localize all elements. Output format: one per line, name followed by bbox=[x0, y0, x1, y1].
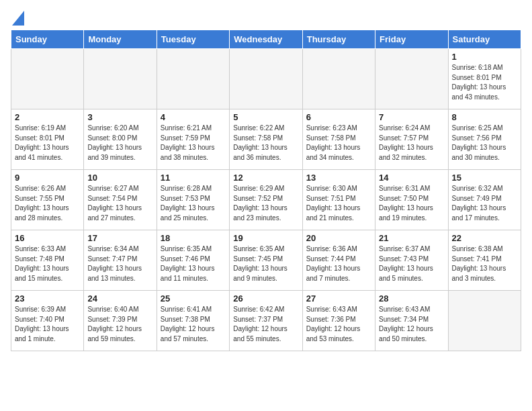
day-number: 28 bbox=[379, 293, 444, 304]
calendar-header-row: SundayMondayTuesdayWednesdayThursdayFrid… bbox=[11, 30, 521, 49]
calendar-day-cell: 22Sunrise: 6:38 AM Sunset: 7:41 PM Dayli… bbox=[448, 230, 521, 291]
weekday-header-tuesday: Tuesday bbox=[157, 30, 229, 49]
day-info: Sunrise: 6:43 AM Sunset: 7:34 PM Dayligh… bbox=[379, 305, 444, 344]
day-info: Sunrise: 6:39 AM Sunset: 7:40 PM Dayligh… bbox=[15, 305, 80, 344]
day-info: Sunrise: 6:36 AM Sunset: 7:44 PM Dayligh… bbox=[306, 244, 371, 283]
calendar-day-cell: 9Sunrise: 6:26 AM Sunset: 7:55 PM Daylig… bbox=[11, 170, 84, 230]
day-info: Sunrise: 6:42 AM Sunset: 7:37 PM Dayligh… bbox=[233, 305, 298, 344]
calendar-day-cell: 16Sunrise: 6:33 AM Sunset: 7:48 PM Dayli… bbox=[11, 230, 84, 291]
calendar-day-cell: 10Sunrise: 6:27 AM Sunset: 7:54 PM Dayli… bbox=[84, 170, 157, 230]
weekday-header-friday: Friday bbox=[375, 30, 448, 49]
day-info: Sunrise: 6:41 AM Sunset: 7:38 PM Dayligh… bbox=[161, 305, 226, 344]
calendar-day-cell: 5Sunrise: 6:22 AM Sunset: 7:58 PM Daylig… bbox=[230, 109, 302, 170]
weekday-header-wednesday: Wednesday bbox=[230, 30, 302, 49]
day-info: Sunrise: 6:25 AM Sunset: 7:56 PM Dayligh… bbox=[452, 124, 517, 163]
day-info: Sunrise: 6:35 AM Sunset: 7:46 PM Dayligh… bbox=[161, 244, 226, 283]
day-info: Sunrise: 6:23 AM Sunset: 7:58 PM Dayligh… bbox=[306, 124, 371, 163]
day-info: Sunrise: 6:40 AM Sunset: 7:39 PM Dayligh… bbox=[87, 305, 152, 344]
calendar-day-cell bbox=[448, 291, 521, 351]
day-info: Sunrise: 6:24 AM Sunset: 7:57 PM Dayligh… bbox=[379, 124, 444, 163]
day-number: 20 bbox=[306, 233, 371, 243]
logo bbox=[11, 11, 24, 23]
calendar-day-cell: 6Sunrise: 6:23 AM Sunset: 7:58 PM Daylig… bbox=[302, 109, 375, 170]
day-number: 3 bbox=[87, 112, 152, 122]
day-number: 8 bbox=[452, 112, 517, 122]
day-info: Sunrise: 6:19 AM Sunset: 8:01 PM Dayligh… bbox=[15, 124, 80, 163]
day-info: Sunrise: 6:33 AM Sunset: 7:48 PM Dayligh… bbox=[15, 244, 80, 283]
calendar-day-cell bbox=[230, 49, 302, 109]
calendar-day-cell: 11Sunrise: 6:28 AM Sunset: 7:53 PM Dayli… bbox=[157, 170, 229, 230]
calendar-day-cell: 7Sunrise: 6:24 AM Sunset: 7:57 PM Daylig… bbox=[375, 109, 448, 170]
weekday-header-monday: Monday bbox=[84, 30, 157, 49]
calendar-week-row: 23Sunrise: 6:39 AM Sunset: 7:40 PM Dayli… bbox=[11, 291, 521, 351]
calendar-day-cell: 2Sunrise: 6:19 AM Sunset: 8:01 PM Daylig… bbox=[11, 109, 84, 170]
day-number: 7 bbox=[379, 112, 444, 122]
calendar-day-cell bbox=[157, 49, 229, 109]
day-info: Sunrise: 6:32 AM Sunset: 7:49 PM Dayligh… bbox=[452, 184, 517, 223]
day-info: Sunrise: 6:37 AM Sunset: 7:43 PM Dayligh… bbox=[379, 244, 444, 283]
day-number: 11 bbox=[161, 173, 226, 183]
svg-marker-0 bbox=[12, 11, 24, 26]
day-info: Sunrise: 6:26 AM Sunset: 7:55 PM Dayligh… bbox=[15, 184, 80, 223]
day-number: 16 bbox=[15, 233, 80, 243]
calendar-day-cell: 4Sunrise: 6:21 AM Sunset: 7:59 PM Daylig… bbox=[157, 109, 229, 170]
day-number: 5 bbox=[233, 112, 298, 122]
day-info: Sunrise: 6:21 AM Sunset: 7:59 PM Dayligh… bbox=[161, 124, 226, 163]
weekday-header-sunday: Sunday bbox=[11, 30, 84, 49]
day-number: 10 bbox=[87, 173, 152, 183]
calendar-day-cell: 27Sunrise: 6:43 AM Sunset: 7:36 PM Dayli… bbox=[302, 291, 375, 351]
day-number: 14 bbox=[379, 173, 444, 183]
weekday-header-saturday: Saturday bbox=[448, 30, 521, 49]
day-number: 19 bbox=[233, 233, 298, 243]
day-info: Sunrise: 6:20 AM Sunset: 8:00 PM Dayligh… bbox=[87, 124, 152, 163]
day-number: 13 bbox=[306, 173, 371, 183]
calendar-day-cell: 18Sunrise: 6:35 AM Sunset: 7:46 PM Dayli… bbox=[157, 230, 229, 291]
day-number: 18 bbox=[161, 233, 226, 243]
day-number: 4 bbox=[161, 112, 226, 122]
logo-triangle-icon bbox=[12, 11, 24, 26]
day-number: 26 bbox=[233, 293, 298, 304]
day-number: 6 bbox=[306, 112, 371, 122]
calendar-day-cell: 3Sunrise: 6:20 AM Sunset: 8:00 PM Daylig… bbox=[84, 109, 157, 170]
day-number: 24 bbox=[87, 293, 152, 304]
day-info: Sunrise: 6:27 AM Sunset: 7:54 PM Dayligh… bbox=[87, 184, 152, 223]
calendar-day-cell: 13Sunrise: 6:30 AM Sunset: 7:51 PM Dayli… bbox=[302, 170, 375, 230]
calendar-day-cell bbox=[375, 49, 448, 109]
day-number: 12 bbox=[233, 173, 298, 183]
day-number: 25 bbox=[161, 293, 226, 304]
calendar-day-cell: 25Sunrise: 6:41 AM Sunset: 7:38 PM Dayli… bbox=[157, 291, 229, 351]
calendar-day-cell: 15Sunrise: 6:32 AM Sunset: 7:49 PM Dayli… bbox=[448, 170, 521, 230]
calendar-week-row: 2Sunrise: 6:19 AM Sunset: 8:01 PM Daylig… bbox=[11, 109, 521, 170]
calendar-day-cell: 24Sunrise: 6:40 AM Sunset: 7:39 PM Dayli… bbox=[84, 291, 157, 351]
calendar-day-cell: 21Sunrise: 6:37 AM Sunset: 7:43 PM Dayli… bbox=[375, 230, 448, 291]
day-info: Sunrise: 6:31 AM Sunset: 7:50 PM Dayligh… bbox=[379, 184, 444, 223]
calendar-table: SundayMondayTuesdayWednesdayThursdayFrid… bbox=[11, 30, 521, 351]
calendar-day-cell: 20Sunrise: 6:36 AM Sunset: 7:44 PM Dayli… bbox=[302, 230, 375, 291]
calendar-day-cell: 14Sunrise: 6:31 AM Sunset: 7:50 PM Dayli… bbox=[375, 170, 448, 230]
calendar-day-cell: 8Sunrise: 6:25 AM Sunset: 7:56 PM Daylig… bbox=[448, 109, 521, 170]
calendar-day-cell: 1Sunrise: 6:18 AM Sunset: 8:01 PM Daylig… bbox=[448, 49, 521, 109]
calendar-day-cell bbox=[302, 49, 375, 109]
calendar-week-row: 1Sunrise: 6:18 AM Sunset: 8:01 PM Daylig… bbox=[11, 49, 521, 109]
day-info: Sunrise: 6:38 AM Sunset: 7:41 PM Dayligh… bbox=[452, 244, 517, 283]
day-info: Sunrise: 6:34 AM Sunset: 7:47 PM Dayligh… bbox=[87, 244, 152, 283]
day-info: Sunrise: 6:43 AM Sunset: 7:36 PM Dayligh… bbox=[306, 305, 371, 344]
day-number: 1 bbox=[452, 52, 517, 62]
day-number: 21 bbox=[379, 233, 444, 243]
day-number: 17 bbox=[87, 233, 152, 243]
calendar-day-cell bbox=[11, 49, 84, 109]
calendar-day-cell: 28Sunrise: 6:43 AM Sunset: 7:34 PM Dayli… bbox=[375, 291, 448, 351]
day-number: 15 bbox=[452, 173, 517, 183]
calendar-week-row: 9Sunrise: 6:26 AM Sunset: 7:55 PM Daylig… bbox=[11, 170, 521, 230]
day-info: Sunrise: 6:28 AM Sunset: 7:53 PM Dayligh… bbox=[161, 184, 226, 223]
calendar-day-cell: 12Sunrise: 6:29 AM Sunset: 7:52 PM Dayli… bbox=[230, 170, 302, 230]
day-number: 9 bbox=[15, 173, 80, 183]
day-number: 23 bbox=[15, 293, 80, 304]
calendar-day-cell: 19Sunrise: 6:35 AM Sunset: 7:45 PM Dayli… bbox=[230, 230, 302, 291]
calendar-week-row: 16Sunrise: 6:33 AM Sunset: 7:48 PM Dayli… bbox=[11, 230, 521, 291]
day-number: 2 bbox=[15, 112, 80, 122]
calendar-day-cell: 17Sunrise: 6:34 AM Sunset: 7:47 PM Dayli… bbox=[84, 230, 157, 291]
day-info: Sunrise: 6:22 AM Sunset: 7:58 PM Dayligh… bbox=[233, 124, 298, 163]
calendar-day-cell: 23Sunrise: 6:39 AM Sunset: 7:40 PM Dayli… bbox=[11, 291, 84, 351]
day-info: Sunrise: 6:29 AM Sunset: 7:52 PM Dayligh… bbox=[233, 184, 298, 223]
